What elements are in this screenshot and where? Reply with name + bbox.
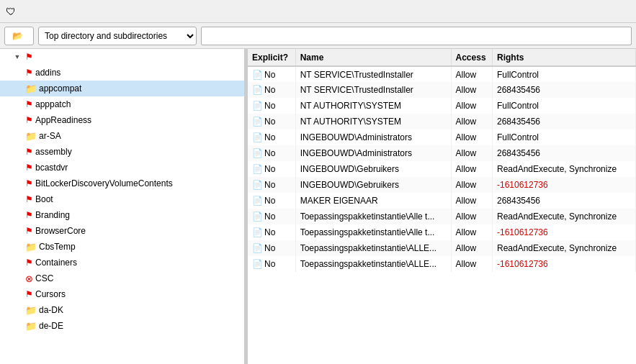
cell-rights: -1610612736	[492, 177, 635, 193]
cell-explicit: 📄No	[248, 240, 295, 256]
close-button[interactable]	[597, 0, 630, 23]
document-icon: 📄	[252, 70, 263, 80]
explicit-value: No	[264, 259, 275, 269]
explicit-value: No	[264, 148, 275, 158]
table-row[interactable]: 📄NoMAKER EIGENAARAllow268435456	[248, 193, 636, 209]
cell-name: NT SERVICE\TrustedInstaller	[295, 82, 451, 98]
tree-item[interactable]: ⚑bcastdvr	[0, 160, 244, 176]
tree-root[interactable]: ▼ ⚑	[0, 49, 244, 65]
tree-item[interactable]: ⚑BrowserCore	[0, 223, 244, 239]
right-panel: Explicit? Name Access Rights 📄NoNT SERVI…	[248, 49, 636, 364]
table-row[interactable]: 📄NoToepassingspakketinstantie\Alle t...A…	[248, 224, 636, 240]
cell-explicit: 📄No	[248, 193, 295, 209]
tree-item[interactable]: 📁da-DK	[0, 302, 244, 318]
cell-explicit: 📄No	[248, 177, 295, 193]
explicit-value: No	[264, 243, 275, 253]
tree-item-label: de-DE	[39, 321, 63, 331]
flag-red-icon: ⚑	[25, 68, 33, 78]
explicit-value: No	[264, 101, 275, 111]
cell-rights: FullControl	[492, 66, 635, 82]
table-row[interactable]: 📄NoINGEBOUWD\AdministratorsAllow26843545…	[248, 145, 636, 161]
tree-item[interactable]: ⊗CSC	[0, 270, 244, 286]
tree-item[interactable]: ⚑addins	[0, 65, 244, 81]
cell-access: Allow	[451, 256, 492, 272]
table-row[interactable]: 📄NoINGEBOUWD\AdministratorsAllowFullCont…	[248, 129, 636, 145]
table-row[interactable]: 📄NoNT SERVICE\TrustedInstallerAllow26843…	[248, 82, 636, 98]
open-button[interactable]: 📂	[4, 27, 34, 45]
cell-access: Allow	[451, 66, 492, 82]
window-controls	[531, 0, 630, 23]
document-icon: 📄	[252, 211, 263, 222]
table-row[interactable]: 📄NoINGEBOUWD\GebruikersAllowReadAndExecu…	[248, 161, 636, 177]
tree-item-label: Boot	[35, 194, 53, 204]
cell-name: Toepassingspakketinstantie\Alle t...	[295, 209, 451, 224]
cell-access: Allow	[451, 177, 492, 193]
table-row[interactable]: 📄NoToepassingspakketinstantie\Alle t...A…	[248, 209, 636, 224]
flag-red-icon: ⚑	[25, 99, 33, 109]
tree-item-label: da-DK	[39, 305, 63, 315]
cell-rights: -1610612736	[492, 256, 635, 272]
app-icon: 🛡	[6, 6, 16, 17]
flag-red-icon: ⚑	[25, 226, 33, 236]
tree-item[interactable]: ⚑Cursors	[0, 286, 244, 302]
tree-item-label: apppatch	[35, 99, 71, 109]
cell-rights: ReadAndExecute, Synchronize	[492, 240, 635, 256]
tree-item-label: appcompat	[39, 83, 81, 94]
tree-item[interactable]: ⚑apppatch	[0, 96, 244, 112]
scope-select[interactable]: Top directory and subdirectories	[38, 27, 197, 45]
table-row[interactable]: 📄NoNT AUTHORITY\SYSTEMAllowFullControl	[248, 98, 636, 114]
tree-item[interactable]: ⚑AppReadiness	[0, 112, 244, 128]
explicit-value: No	[264, 196, 275, 206]
col-explicit[interactable]: Explicit?	[248, 49, 295, 66]
tree-item-label: Cursors	[35, 289, 66, 299]
cell-explicit: 📄No	[248, 129, 295, 145]
cell-rights: 268435456	[492, 193, 635, 209]
acl-table: Explicit? Name Access Rights 📄NoNT SERVI…	[248, 49, 636, 272]
cell-name: NT AUTHORITY\SYSTEM	[295, 114, 451, 129]
table-header-row: Explicit? Name Access Rights	[248, 49, 636, 66]
table-row[interactable]: 📄NoToepassingspakketinstantie\ALLE...All…	[248, 256, 636, 272]
acl-table-body: 📄NoNT SERVICE\TrustedInstallerAllowFullC…	[248, 66, 636, 272]
col-name[interactable]: Name	[295, 49, 451, 66]
tree-panel[interactable]: ▼ ⚑ ⚑addins📁appcompat⚑apppatch⚑AppReadin…	[0, 49, 245, 364]
titlebar: 🛡	[0, 0, 636, 23]
cell-access: Allow	[451, 82, 492, 98]
col-rights[interactable]: Rights	[492, 49, 635, 66]
tree-item-label: BrowserCore	[35, 226, 86, 236]
cell-name: Toepassingspakketinstantie\ALLE...	[295, 240, 451, 256]
tree-item-label: Branding	[35, 210, 70, 220]
flag-red-icon: ⚑	[25, 258, 33, 268]
table-row[interactable]: 📄NoNT AUTHORITY\SYSTEMAllow268435456	[248, 114, 636, 129]
tree-item-label: BitLockerDiscoveryVolumeContents	[35, 178, 173, 188]
tree-item[interactable]: 📁appcompat	[0, 81, 244, 96]
minimize-button[interactable]	[531, 0, 564, 23]
tree-item[interactable]: 📁de-DE	[0, 318, 244, 334]
document-icon: 📄	[252, 259, 263, 269]
error-circle-icon: ⊗	[25, 273, 33, 284]
table-row[interactable]: 📄NoNT SERVICE\TrustedInstallerAllowFullC…	[248, 66, 636, 82]
flag-red-icon: ⚑	[25, 210, 33, 220]
tree-items: ⚑addins📁appcompat⚑apppatch⚑AppReadiness📁…	[0, 65, 244, 334]
maximize-button[interactable]	[564, 0, 597, 23]
cell-name: NT SERVICE\TrustedInstaller	[295, 66, 451, 82]
cell-explicit: 📄No	[248, 82, 295, 98]
acl-scroll[interactable]: Explicit? Name Access Rights 📄NoNT SERVI…	[248, 49, 636, 364]
root-expand-icon[interactable]: ▼	[12, 51, 23, 63]
tree-item[interactable]: 📁CbsTemp	[0, 239, 244, 255]
cell-access: Allow	[451, 98, 492, 114]
tree-item[interactable]: ⚑Containers	[0, 255, 244, 270]
tree-item[interactable]: ⚑Branding	[0, 207, 244, 223]
tree-item[interactable]: ⚑Boot	[0, 191, 244, 207]
explicit-value: No	[264, 164, 275, 174]
folder-icon: 📁	[25, 242, 37, 252]
col-access[interactable]: Access	[451, 49, 492, 66]
flag-red-icon: ⚑	[25, 115, 33, 125]
document-icon: 📄	[252, 164, 263, 174]
explicit-value: No	[264, 132, 275, 142]
tree-item[interactable]: ⚑assembly	[0, 144, 244, 160]
table-row[interactable]: 📄NoINGEBOUWD\GebruikersAllow-1610612736	[248, 177, 636, 193]
table-row[interactable]: 📄NoToepassingspakketinstantie\ALLE...All…	[248, 240, 636, 256]
tree-item[interactable]: 📁ar-SA	[0, 128, 244, 144]
cell-rights: 268435456	[492, 145, 635, 161]
tree-item[interactable]: ⚑BitLockerDiscoveryVolumeContents	[0, 176, 244, 191]
